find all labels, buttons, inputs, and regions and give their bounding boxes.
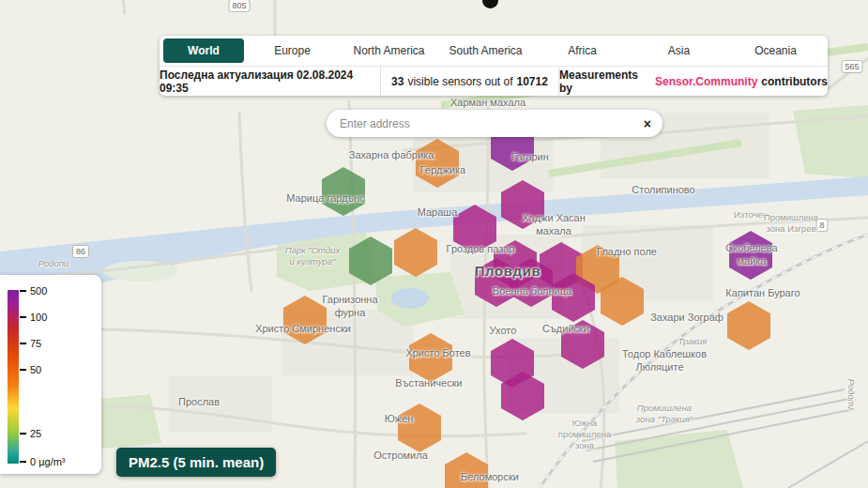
sensor-count-text: visible sensors out of — [407, 75, 512, 88]
legend-tick: 75 — [20, 338, 41, 349]
road-badge: 565 — [841, 60, 862, 73]
last-update-text: Последна актуализация 02.08.2024 09:35 — [160, 67, 380, 96]
tab-asia[interactable]: Asia — [631, 38, 727, 63]
metric-badge: PM2.5 (5 min. mean) — [116, 448, 276, 477]
credits-prefix: Measurements by — [559, 69, 651, 95]
sensor-total: 10712 — [517, 75, 548, 88]
address-search: × — [327, 110, 662, 137]
tab-oceania[interactable]: Oceania — [727, 38, 824, 63]
tab-europe[interactable]: Europe — [244, 38, 341, 63]
pm-color-legend: 500 100 75 50 25 0 µg/m³ — [0, 275, 101, 474]
legend-tick: 50 — [20, 364, 41, 375]
clear-search-icon[interactable]: × — [644, 117, 651, 130]
tab-north-america[interactable]: North America — [341, 38, 437, 63]
legend-tick: 500 — [20, 285, 47, 297]
road-badge: 86 — [72, 245, 89, 258]
legend-zero-label: 0 µg/m³ — [20, 456, 66, 467]
status-bar: Последна актуализация 02.08.2024 09:35 3… — [160, 66, 828, 96]
visible-sensors-text: 33 visible sensors out of 10712 — [380, 67, 558, 96]
credits-text: Measurements by Sensor.Community contrib… — [558, 67, 828, 96]
legend-gradient-bar — [8, 290, 19, 464]
road-badge: 805 — [228, 0, 250, 12]
legend-tick: 25 — [20, 428, 41, 439]
top-panel: World Europe North America South America… — [160, 36, 828, 96]
tab-south-america[interactable]: South America — [437, 38, 534, 63]
legend-tick: 100 — [20, 312, 47, 323]
road-badge: 8 — [815, 219, 828, 232]
sensor-community-link[interactable]: Sensor.Community — [655, 75, 757, 88]
credits-suffix: contributors — [761, 75, 828, 88]
address-search-input[interactable] — [338, 116, 644, 131]
sensor-count: 33 — [391, 75, 404, 88]
tab-world[interactable]: World — [163, 38, 244, 63]
continent-tabs: World Europe North America South America… — [160, 36, 828, 66]
tab-africa[interactable]: Africa — [534, 38, 631, 63]
air-quality-map-app: Харман махала Захарна фабрика Герджика Г… — [0, 0, 868, 488]
